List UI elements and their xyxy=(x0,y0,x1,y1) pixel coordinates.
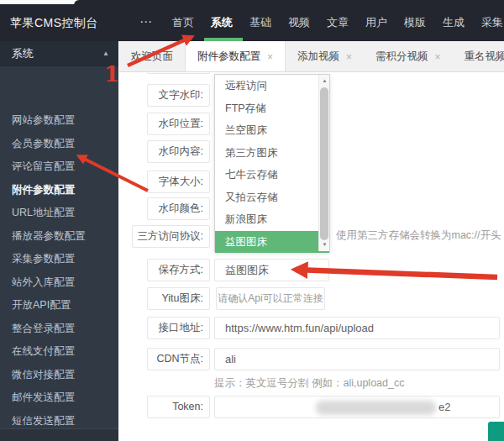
sidebar-item-open-api[interactable]: 开放API配置 xyxy=(0,294,118,318)
label-api-url: 接口地址: xyxy=(147,317,210,339)
sidebar-item-url-config[interactable]: URL地址配置 xyxy=(0,202,118,225)
save-method-dropdown: 远程访问 FTP存储 兰空图床 第三方图床 七牛云存储 又拍云存储 新浪图床 益… xyxy=(214,74,330,252)
close-icon[interactable]: × xyxy=(346,51,352,63)
close-icon[interactable]: × xyxy=(435,51,441,63)
dropdown-option-qiniu[interactable]: 七牛云存储 xyxy=(215,164,329,186)
sidebar-group-label: 系统 xyxy=(12,47,34,60)
tab-add-video[interactable]: 添加视频 × xyxy=(286,41,364,72)
api-url-input[interactable]: https://www.htm.fun/api/upload xyxy=(214,317,500,339)
nav-item-collect[interactable]: 采集 xyxy=(481,15,503,30)
label-watermark-color: 水印颜色: xyxy=(147,197,210,220)
save-button-partial[interactable] xyxy=(488,422,504,441)
cdn-hint-text: 提示：英文逗号分割 例如：ali,upload_cc xyxy=(214,376,404,391)
nav-item-user[interactable]: 用户 xyxy=(365,15,387,30)
tab-bar: 欢迎页面 附件参数配置 × 添加视频 × 需积分视频 × 重名视频数据 × 挂 xyxy=(119,41,504,72)
protocol-hint-text: 使用第三方存储会转换为mac://开头，这表示 xyxy=(336,228,504,243)
sidebar-item-member-params[interactable]: 会员参数配置 xyxy=(0,133,118,156)
dropdown-option-yitu[interactable]: 益图图床 xyxy=(215,231,329,254)
label-font-size: 字体大小: xyxy=(147,171,210,193)
dropdown-scrollbar[interactable]: ▲ ▼ xyxy=(318,75,329,251)
token-visible-suffix: e2 xyxy=(438,396,450,417)
save-method-value: 益图图床 xyxy=(225,264,269,276)
sidebar-item-attachment-params[interactable]: 附件参数配置 xyxy=(0,179,118,202)
dropdown-option-thirdparty[interactable]: 第三方图床 xyxy=(215,142,329,165)
scrollbar-thumb[interactable] xyxy=(320,87,328,240)
sidebar-item-wechat[interactable]: 微信对接配置 xyxy=(0,364,118,387)
topbar: 苹果CMS控制台 ⋯ 首页 系统 基础 视频 文章 用户 模版 生成 采集 xyxy=(0,4,504,41)
sidebar-item-offsite-storage[interactable]: 站外入库配置 xyxy=(0,271,118,295)
sidebar-item-email[interactable]: 邮件发送配置 xyxy=(0,386,118,410)
sidebar: 系统 ▲ 网站参数配置 会员参数配置 评论留言配置 附件参数配置 URL地址配置… xyxy=(0,41,118,441)
nav-item-article[interactable]: 文章 xyxy=(327,15,349,30)
label-yitu: Yitu图床: xyxy=(147,287,210,310)
scroll-down-icon[interactable]: ▼ xyxy=(319,239,330,250)
nav-item-basic[interactable]: 基础 xyxy=(249,15,271,30)
tab-label: 欢迎页面 xyxy=(131,50,173,64)
close-icon[interactable]: × xyxy=(267,51,273,63)
token-redacted-blur xyxy=(316,401,436,415)
save-method-select[interactable]: 益图图床 ▼ xyxy=(214,259,329,281)
nav-item-system[interactable]: 系统 xyxy=(211,15,233,30)
cdn-node-input[interactable]: ali xyxy=(214,348,500,370)
tab-points-video[interactable]: 需积分视频 × xyxy=(364,41,453,72)
dropdown-option-lankong[interactable]: 兰空图床 xyxy=(215,119,329,142)
tab-welcome[interactable]: 欢迎页面 xyxy=(119,41,185,72)
form-row-clipped xyxy=(147,72,210,74)
sidebar-item-comment-params[interactable]: 评论留言配置 xyxy=(0,155,118,179)
sidebar-item-online-payment[interactable]: 在线支付配置 xyxy=(0,340,118,364)
sidebar-menu: 网站参数配置 会员参数配置 评论留言配置 附件参数配置 URL地址配置 播放器参… xyxy=(0,109,118,441)
scroll-up-icon[interactable]: ▲ xyxy=(319,76,330,87)
label-watermark-text: 水印内容: xyxy=(147,140,210,163)
sidebar-group-system[interactable]: 系统 ▲ xyxy=(0,41,118,66)
sidebar-item-site-params[interactable]: 网站参数配置 xyxy=(0,109,118,133)
token-input[interactable]: e2 xyxy=(214,396,500,418)
dropdown-option-upyun[interactable]: 又拍云存储 xyxy=(215,186,329,209)
sidebar-item-collect-params[interactable]: 采集参数配置 xyxy=(0,248,118,271)
dropdown-option-remote[interactable]: 远程访问 xyxy=(215,75,329,97)
nav-item-home[interactable]: 首页 xyxy=(172,15,194,30)
tab-attachment-params[interactable]: 附件参数配置 × xyxy=(185,41,286,72)
menu-dots-icon[interactable]: ⋯ xyxy=(139,4,152,41)
sidebar-item-player-params[interactable]: 播放器参数配置 xyxy=(0,225,118,249)
top-navigation: 首页 系统 基础 视频 文章 用户 模版 生成 采集 xyxy=(172,4,503,41)
label-save-method: 保存方式: xyxy=(147,259,210,281)
tab-label: 附件参数配置 xyxy=(197,50,260,64)
collapse-arrow-icon[interactable]: ▲ xyxy=(102,41,109,66)
dropdown-option-sina[interactable]: 新浪图床 xyxy=(215,208,329,231)
nav-item-video[interactable]: 视频 xyxy=(288,15,310,30)
label-cdn-node: CDN节点: xyxy=(147,348,210,370)
app-window: 苹果CMS控制台 ⋯ 首页 系统 基础 视频 文章 用户 模版 生成 采集 系统… xyxy=(0,0,504,441)
app-title: 苹果CMS控制台 xyxy=(10,4,98,41)
chevron-down-icon: ▼ xyxy=(315,260,322,281)
nav-item-generate[interactable]: 生成 xyxy=(443,15,465,30)
label-text-watermark: 文字水印: xyxy=(147,84,210,107)
tab-label: 添加视频 xyxy=(297,50,339,64)
sidebar-item-integrated-login[interactable]: 整合登录配置 xyxy=(0,318,118,341)
tab-label: 重名视频数据 xyxy=(465,50,504,64)
dropdown-option-ftp[interactable]: FTP存储 xyxy=(215,97,329,120)
sidebar-footer xyxy=(0,429,118,441)
label-watermark-pos: 水印位置: xyxy=(147,113,210,135)
tab-duplicate-video[interactable]: 重名视频数据 × xyxy=(453,41,504,72)
yitu-check-api-button[interactable]: 请确认Api可以正常连接 xyxy=(216,287,325,310)
tab-label: 需积分视频 xyxy=(375,50,428,64)
label-token: Token: xyxy=(147,396,210,418)
nav-item-template[interactable]: 模版 xyxy=(404,15,426,30)
label-third-party-protocol: 三方访问协议: xyxy=(132,225,210,248)
